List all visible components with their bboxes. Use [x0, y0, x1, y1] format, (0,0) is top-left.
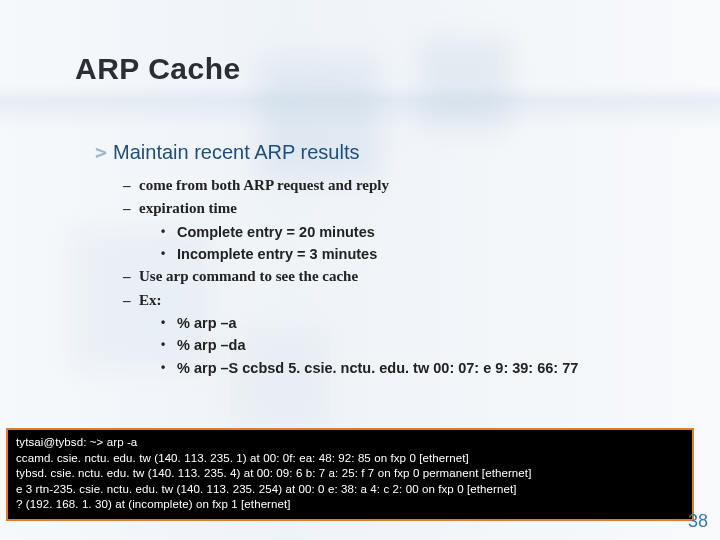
list-lvl3: % arp –a % arp –da % arp –S ccbsd 5. csi… — [161, 312, 690, 379]
heading-text: Maintain recent ARP results — [113, 141, 359, 163]
slide: ARP Cache >Maintain recent ARP results c… — [0, 0, 720, 540]
list-item: expiration time — [123, 197, 690, 220]
terminal-line: e 3 rtn-235. csie. nctu. edu. tw (140. 1… — [16, 482, 684, 498]
terminal-line: ccamd. csie. nctu. edu. tw (140. 113. 23… — [16, 451, 684, 467]
list-item: % arp –da — [161, 334, 690, 356]
page-title: ARP Cache — [75, 52, 241, 86]
content-body: >Maintain recent ARP results come from b… — [95, 140, 690, 379]
terminal-output: tytsai@tybsd: ~> arp -a ccamd. csie. nct… — [6, 428, 694, 521]
list-item: Ex: — [123, 289, 690, 312]
list-item: Incomplete entry = 3 minutes — [161, 243, 690, 265]
list-item: come from both ARP request and reply — [123, 174, 690, 197]
list-lvl3: Complete entry = 20 minutes Incomplete e… — [161, 221, 690, 266]
list-item: Use arp command to see the cache — [123, 265, 690, 288]
list-item: % arp –S ccbsd 5. csie. nctu. edu. tw 00… — [161, 357, 690, 379]
terminal-line: tybsd. csie. nctu. edu. tw (140. 113. 23… — [16, 466, 684, 482]
list-item: % arp –a — [161, 312, 690, 334]
chevron-icon: > — [95, 140, 107, 164]
heading-lvl1: >Maintain recent ARP results — [95, 140, 690, 164]
list-lvl2: come from both ARP request and reply exp… — [123, 174, 690, 221]
terminal-line: ? (192. 168. 1. 30) at (incomplete) on f… — [16, 497, 684, 513]
list-item: Complete entry = 20 minutes — [161, 221, 690, 243]
page-number: 38 — [688, 511, 708, 532]
terminal-line: tytsai@tybsd: ~> arp -a — [16, 435, 684, 451]
list-lvl2: Use arp command to see the cache Ex: — [123, 265, 690, 312]
